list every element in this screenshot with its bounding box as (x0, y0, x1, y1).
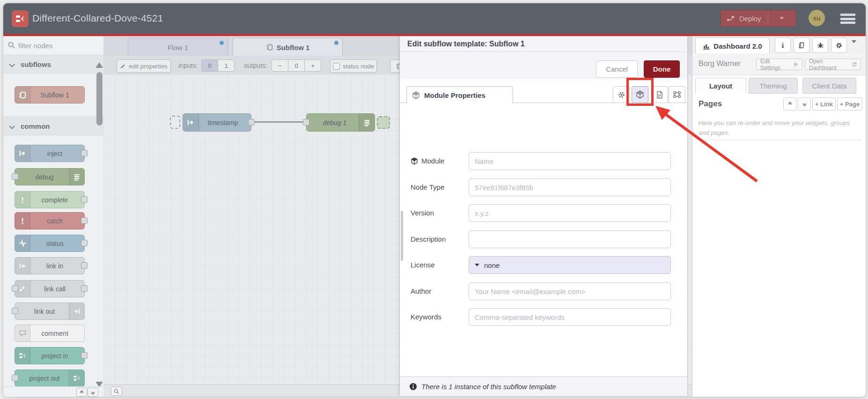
palette-node-project-out[interactable]: project out (15, 369, 85, 387)
edit-properties-button[interactable]: edit properties (117, 59, 171, 73)
link-in-icon (15, 258, 30, 274)
output-port (81, 240, 88, 246)
version-input[interactable] (469, 204, 671, 222)
outputs-decrement-button[interactable]: − (272, 59, 288, 72)
help-tab-button[interactable] (794, 37, 809, 53)
palette-node-link-out[interactable]: link out (15, 303, 85, 320)
palette-node-subflow-1[interactable]: Subflow 1 (15, 86, 85, 103)
canvas-node-debug-1[interactable]: debug 1 (306, 113, 375, 132)
status-node-toggle[interactable]: status node (330, 59, 377, 73)
module-properties-tab-button[interactable] (632, 86, 648, 103)
tab-layout[interactable]: Layout (695, 78, 746, 94)
tab-subflow-1[interactable]: Subflow 1 (233, 38, 343, 56)
unsaved-changes-dot (220, 41, 224, 45)
gear-icon (835, 42, 843, 49)
inputs-toggle: 0 1 (201, 59, 235, 72)
palette-node-status[interactable]: status (15, 235, 85, 252)
palette-node-link-call[interactable]: link call (15, 280, 85, 297)
inputs-option-0[interactable]: 0 (201, 59, 218, 72)
subflow-output-stub[interactable] (377, 116, 390, 129)
palette-node-catch[interactable]: catch (15, 212, 85, 229)
description-tab-button[interactable] (651, 86, 668, 103)
output-port[interactable] (248, 119, 255, 126)
tray-resize-handle[interactable] (401, 211, 403, 261)
tray-body: Module Properties (400, 79, 687, 377)
subflow-input-stub[interactable] (170, 116, 180, 129)
add-page-button[interactable]: + Page (837, 97, 862, 111)
done-button[interactable]: Done (644, 60, 680, 78)
wire[interactable] (252, 121, 308, 123)
config-tab-button[interactable] (831, 37, 847, 53)
palette-node-debug[interactable]: debug (15, 168, 85, 185)
description-input[interactable] (469, 230, 671, 248)
edit-properties-tab-button[interactable] (613, 86, 630, 103)
add-link-button[interactable]: + Link (812, 97, 836, 111)
node-type-input[interactable] (469, 178, 671, 196)
dashboard-header-row: Borg Warner Edit Settings Open Dashboard (692, 53, 866, 75)
author-input[interactable] (469, 282, 671, 300)
input-port[interactable] (303, 119, 309, 126)
user-avatar[interactable]: su (809, 10, 825, 26)
complete-icon (15, 192, 30, 208)
debug-tab-button[interactable] (812, 37, 828, 53)
pencil-icon (120, 63, 126, 69)
inputs-option-1[interactable]: 1 (218, 59, 235, 72)
input-port (12, 173, 18, 180)
info-tab-button[interactable] (775, 37, 791, 53)
tab-flow-1[interactable]: Flow 1 (128, 38, 228, 56)
scroll-up-icon[interactable] (96, 62, 103, 68)
outputs-count[interactable]: 0 (288, 59, 305, 72)
screen: Different-Collared-Dove-4521 Deploy su (0, 0, 868, 399)
cancel-button[interactable]: Cancel (596, 60, 638, 78)
bug-icon (817, 42, 824, 49)
output-port (81, 285, 88, 292)
sidebar-menu-button[interactable] (852, 43, 856, 52)
open-dashboard-button[interactable]: Open Dashboard (805, 59, 861, 70)
outputs-increment-button[interactable]: + (304, 59, 321, 72)
tab-dashboard-2[interactable]: Dashboard 2.0 (695, 37, 770, 54)
zoom-search-button[interactable] (111, 387, 122, 396)
node-red-logo-glyph (15, 13, 26, 24)
deploy-button[interactable]: Deploy (721, 10, 796, 27)
cube-icon (412, 91, 420, 99)
main-menu-button[interactable] (840, 14, 855, 24)
tab-module-properties[interactable]: Module Properties (406, 86, 513, 103)
palette-node-project-in[interactable]: project in (15, 347, 85, 364)
palette-expand-all-button[interactable] (88, 388, 98, 397)
palette-collapse-all-button[interactable] (76, 388, 87, 397)
module-input[interactable] (469, 152, 671, 170)
deploy-options-button[interactable] (768, 17, 796, 20)
output-port (81, 217, 88, 224)
tab-theming[interactable]: Theming (749, 78, 798, 94)
sidebar-tab-bar: Dashboard 2.0 (692, 36, 866, 54)
keywords-label: Keywords (411, 313, 441, 321)
project-in-icon (15, 347, 30, 364)
chevron-down-icon (780, 17, 784, 20)
author-label: Author (411, 287, 431, 295)
palette-category-subflows[interactable]: subflows (3, 55, 103, 74)
outputs-label: outputs: (244, 62, 267, 69)
palette-node-complete[interactable]: complete (15, 191, 85, 208)
pages-help-text: Here you can re-order and move your widg… (699, 118, 861, 138)
dashboard-name: Borg Warner (699, 59, 741, 68)
palette-node-inject[interactable]: inject (15, 145, 85, 162)
tab-client-data[interactable]: Client Data (802, 78, 856, 94)
palette-scrollbar-thumb[interactable] (96, 72, 103, 126)
filter-nodes-input[interactable] (17, 39, 94, 52)
version-label: Version (411, 209, 434, 217)
keywords-input[interactable] (469, 308, 671, 326)
input-port (12, 375, 18, 381)
move-down-button[interactable] (798, 97, 811, 111)
palette-node-comment[interactable]: comment (15, 325, 85, 342)
move-up-button[interactable] (783, 97, 796, 111)
edit-settings-button[interactable]: Edit Settings (756, 59, 802, 70)
appearance-tab-button[interactable] (669, 86, 685, 103)
search-icon (113, 388, 120, 395)
palette-category-common[interactable]: common (3, 117, 103, 135)
gear-icon (793, 62, 798, 67)
canvas-node-timestamp[interactable]: timestamp (183, 113, 251, 132)
divider (400, 52, 687, 52)
license-select[interactable]: none (469, 256, 671, 274)
palette-scrollbar[interactable] (96, 57, 103, 395)
palette-node-link-in[interactable]: link in (15, 257, 85, 274)
